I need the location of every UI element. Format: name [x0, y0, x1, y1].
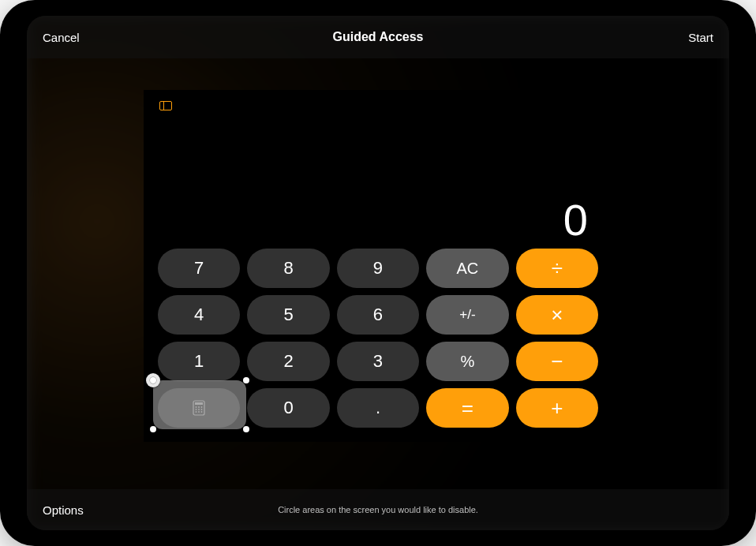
start-button[interactable]: Start [688, 31, 713, 44]
key-3[interactable]: 3 [337, 342, 419, 381]
key-multiply[interactable]: × [516, 295, 598, 335]
key-ac[interactable]: AC [426, 249, 508, 288]
key-decimal[interactable]: . [337, 388, 419, 428]
key-divide[interactable]: ÷ [516, 249, 598, 288]
key-8[interactable]: 8 [247, 249, 329, 288]
key-7[interactable]: 7 [158, 249, 240, 288]
key-6[interactable]: 6 [337, 295, 419, 335]
mask-handle-br[interactable] [243, 426, 249, 432]
key-5[interactable]: 5 [247, 295, 329, 335]
key-add[interactable]: + [516, 388, 598, 428]
ipad-frame: Cancel Guided Access Start 0 7 8 9 AC ÷ … [0, 0, 756, 546]
key-sign[interactable]: +/- [426, 295, 508, 335]
key-percent[interactable]: % [426, 342, 508, 381]
footer-hint: Circle areas on the screen you would lik… [278, 505, 478, 514]
disabled-area-mask[interactable]: × [153, 380, 246, 429]
screen: Cancel Guided Access Start 0 7 8 9 AC ÷ … [27, 16, 729, 530]
key-subtract[interactable]: − [516, 342, 598, 381]
mask-handle-tr[interactable] [243, 377, 249, 383]
calculator-display: 0 [158, 110, 598, 249]
guided-access-navbar: Cancel Guided Access Start [27, 16, 729, 58]
sidebar-toggle-icon[interactable] [159, 101, 172, 110]
key-0[interactable]: 0 [247, 388, 329, 428]
guided-access-footer: Options Circle areas on the screen you w… [27, 489, 729, 530]
mask-handle-bl[interactable] [150, 426, 156, 432]
key-9[interactable]: 9 [337, 249, 419, 288]
navbar-title: Guided Access [332, 30, 423, 44]
key-equals[interactable]: = [426, 388, 508, 428]
key-1[interactable]: 1 [158, 342, 240, 381]
cancel-button[interactable]: Cancel [43, 31, 80, 44]
key-4[interactable]: 4 [158, 295, 240, 335]
key-2[interactable]: 2 [247, 342, 329, 381]
mask-handle-tl[interactable] [150, 377, 156, 383]
options-button[interactable]: Options [43, 503, 84, 517]
